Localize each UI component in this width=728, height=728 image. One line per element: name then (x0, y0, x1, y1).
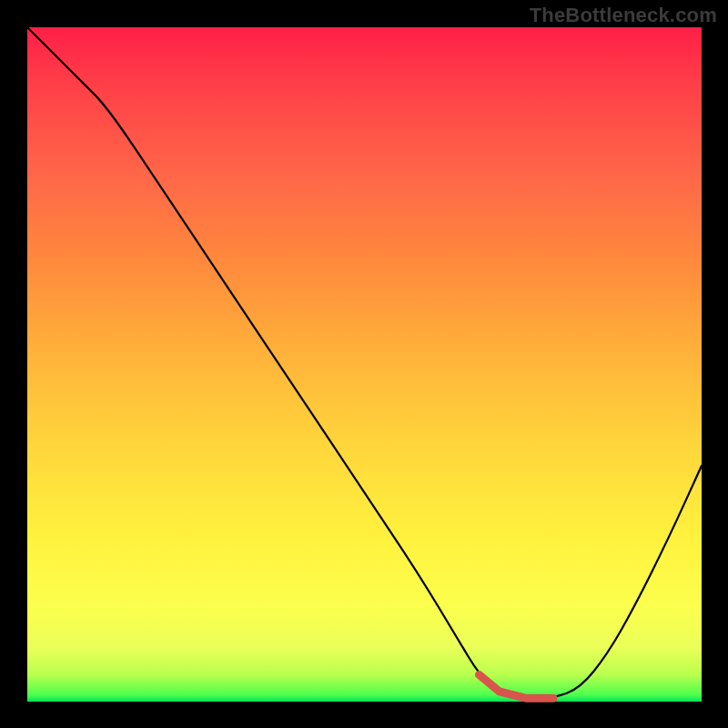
bottleneck-curve (27, 27, 702, 698)
watermark-text: TheBottleneck.com (530, 4, 717, 27)
chart-svg (27, 27, 702, 702)
optimal-range-segment (480, 674, 554, 698)
chart-plot-area (27, 27, 702, 702)
chart-frame: TheBottleneck.com (0, 0, 728, 728)
